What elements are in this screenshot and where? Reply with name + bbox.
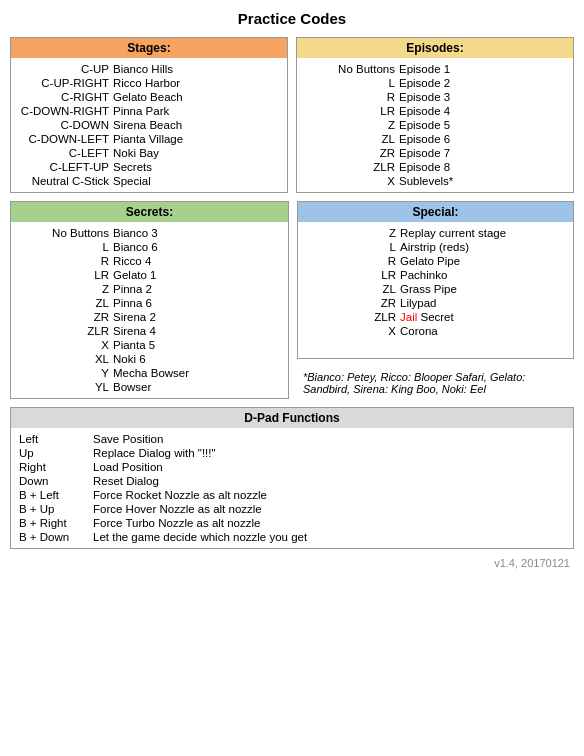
val-label: Airstrip (reds) bbox=[400, 241, 565, 253]
list-item: C-DOWN-RIGHT Pinna Park bbox=[19, 104, 279, 118]
val-label: Grass Pipe bbox=[400, 283, 565, 295]
key-label: C-UP-RIGHT bbox=[19, 77, 109, 89]
val-label: Episode 2 bbox=[399, 77, 565, 89]
key-label: R bbox=[19, 255, 109, 267]
key-label: B + Right bbox=[19, 517, 89, 529]
val-label: Noki 6 bbox=[113, 353, 280, 365]
special-note: *Bianco: Petey, Ricco: Blooper Safari, G… bbox=[297, 367, 574, 399]
key-label: ZR bbox=[306, 297, 396, 309]
list-item: Left Save Position bbox=[19, 432, 565, 446]
key-label: X bbox=[306, 325, 396, 337]
val-label: Pianta Village bbox=[113, 133, 279, 145]
list-item: Down Reset Dialog bbox=[19, 474, 565, 488]
list-item: C-UP Bianco Hills bbox=[19, 62, 279, 76]
special-panel: Special: Z Replay current stage L Airstr… bbox=[297, 201, 574, 359]
key-label: C-LEFT bbox=[19, 147, 109, 159]
val-label: Mecha Bowser bbox=[113, 367, 280, 379]
val-label: Special bbox=[113, 175, 279, 187]
list-item: Up Replace Dialog with "!!!" bbox=[19, 446, 565, 460]
val-label: Pinna 2 bbox=[113, 283, 280, 295]
list-item: L Episode 2 bbox=[305, 76, 565, 90]
list-item: C-DOWN-LEFT Pianta Village bbox=[19, 132, 279, 146]
val-label: Sirena 2 bbox=[113, 311, 280, 323]
key-label: ZL bbox=[305, 133, 395, 145]
key-label: Y bbox=[19, 367, 109, 379]
val-label: Secrets bbox=[113, 161, 279, 173]
val-label: Sublevels* bbox=[399, 175, 565, 187]
list-item: ZR Lilypad bbox=[306, 296, 565, 310]
list-item: ZL Grass Pipe bbox=[306, 282, 565, 296]
list-item: ZLR Jail Secret bbox=[306, 310, 565, 324]
list-item: B + Down Let the game decide which nozzl… bbox=[19, 530, 565, 544]
list-item: LR Gelato 1 bbox=[19, 268, 280, 282]
key-label: Up bbox=[19, 447, 89, 459]
list-item: Y Mecha Bowser bbox=[19, 366, 280, 380]
episodes-panel: Episodes: No Buttons Episode 1 L Episode… bbox=[296, 37, 574, 193]
val-label: Bowser bbox=[113, 381, 280, 393]
key-label: B + Up bbox=[19, 503, 89, 515]
val-label: Episode 6 bbox=[399, 133, 565, 145]
val-label: Lilypad bbox=[400, 297, 565, 309]
stages-panel: Stages: C-UP Bianco Hills C-UP-RIGHT Ric… bbox=[10, 37, 288, 193]
key-label: Right bbox=[19, 461, 89, 473]
list-item: LR Episode 4 bbox=[305, 104, 565, 118]
list-item: R Gelato Pipe bbox=[306, 254, 565, 268]
list-item: C-LEFT Noki Bay bbox=[19, 146, 279, 160]
key-label: L bbox=[19, 241, 109, 253]
list-item: C-DOWN Sirena Beach bbox=[19, 118, 279, 132]
dpad-body: Left Save Position Up Replace Dialog wit… bbox=[11, 428, 573, 548]
list-item: ZR Episode 7 bbox=[305, 146, 565, 160]
key-label: R bbox=[306, 255, 396, 267]
key-label: Neutral C-Stick bbox=[19, 175, 109, 187]
list-item: No Buttons Episode 1 bbox=[305, 62, 565, 76]
version-label: v1.4, 20170121 bbox=[10, 557, 574, 569]
page-title: Practice Codes bbox=[10, 10, 574, 27]
list-item: Z Replay current stage bbox=[306, 226, 565, 240]
key-label: C-DOWN-RIGHT bbox=[19, 105, 109, 117]
list-item: XL Noki 6 bbox=[19, 352, 280, 366]
val-label: Gelato Beach bbox=[113, 91, 279, 103]
val-label: Bianco Hills bbox=[113, 63, 279, 75]
list-item: ZLR Episode 8 bbox=[305, 160, 565, 174]
secrets-panel: Secrets: No Buttons Bianco 3 L Bianco 6 … bbox=[10, 201, 289, 399]
episodes-header: Episodes: bbox=[297, 38, 573, 58]
key-label: X bbox=[305, 175, 395, 187]
special-body: Z Replay current stage L Airstrip (reds)… bbox=[298, 222, 573, 342]
key-label: ZR bbox=[19, 311, 109, 323]
val-label: Episode 7 bbox=[399, 147, 565, 159]
list-item: LR Pachinko bbox=[306, 268, 565, 282]
list-item: X Pianta 5 bbox=[19, 338, 280, 352]
list-item: ZL Episode 6 bbox=[305, 132, 565, 146]
list-item: ZL Pinna 6 bbox=[19, 296, 280, 310]
episodes-body: No Buttons Episode 1 L Episode 2 R Episo… bbox=[297, 58, 573, 192]
list-item: B + Up Force Hover Nozzle as alt nozzle bbox=[19, 502, 565, 516]
key-label: LR bbox=[305, 105, 395, 117]
list-item: L Airstrip (reds) bbox=[306, 240, 565, 254]
list-item: X Sublevels* bbox=[305, 174, 565, 188]
val-label: Gelato Pipe bbox=[400, 255, 565, 267]
val-label: Gelato 1 bbox=[113, 269, 280, 281]
key-label: ZLR bbox=[19, 325, 109, 337]
list-item: Right Load Position bbox=[19, 460, 565, 474]
val-label: Ricco 4 bbox=[113, 255, 280, 267]
key-label: Z bbox=[305, 119, 395, 131]
val-label: Episode 5 bbox=[399, 119, 565, 131]
key-label: C-DOWN bbox=[19, 119, 109, 131]
key-label: L bbox=[306, 241, 396, 253]
val-label: Episode 4 bbox=[399, 105, 565, 117]
val-label: Force Hover Nozzle as alt nozzle bbox=[93, 503, 565, 515]
list-item: X Corona bbox=[306, 324, 565, 338]
val-label: Replay current stage bbox=[400, 227, 565, 239]
val-label: Pinna 6 bbox=[113, 297, 280, 309]
secrets-body: No Buttons Bianco 3 L Bianco 6 R Ricco 4… bbox=[11, 222, 288, 398]
val-label: Episode 8 bbox=[399, 161, 565, 173]
val-label: Force Turbo Nozzle as alt nozzle bbox=[93, 517, 565, 529]
list-item: Neutral C-Stick Special bbox=[19, 174, 279, 188]
key-label: No Buttons bbox=[19, 227, 109, 239]
key-label: Left bbox=[19, 433, 89, 445]
key-label: X bbox=[19, 339, 109, 351]
key-label: Down bbox=[19, 475, 89, 487]
val-label: Corona bbox=[400, 325, 565, 337]
key-label: C-DOWN-LEFT bbox=[19, 133, 109, 145]
stages-header: Stages: bbox=[11, 38, 287, 58]
